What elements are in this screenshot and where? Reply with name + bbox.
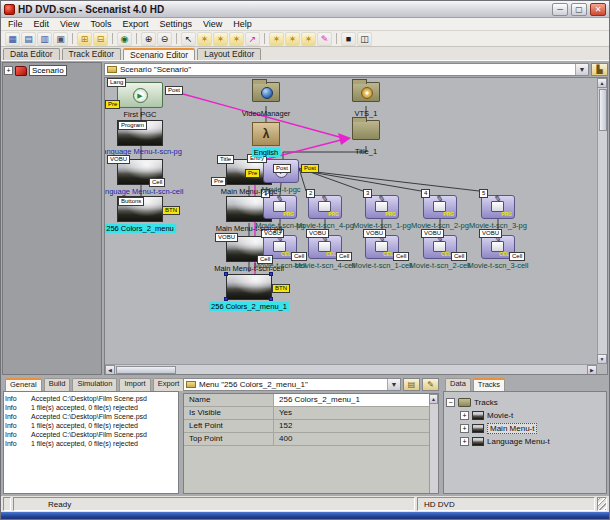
node-label-selected[interactable]: 256 Colors_2_menu_1 xyxy=(209,302,289,311)
node-tab-cell[interactable]: Cell xyxy=(393,252,409,261)
property-row[interactable]: Name256 Colors_2_menu_1 xyxy=(184,394,438,407)
node-tab-post[interactable]: Post xyxy=(165,86,183,95)
node-tab-pre[interactable]: Pre xyxy=(211,177,226,186)
node-tab-cell[interactable]: Cell xyxy=(336,252,352,261)
property-grid-scrollbar[interactable]: ▲ xyxy=(429,394,438,493)
maximize-button[interactable]: ▢ xyxy=(571,3,587,16)
menu-file[interactable]: File xyxy=(8,19,23,29)
scenario-selector-combo[interactable]: Scenario "Scenario" ▼ xyxy=(104,63,589,76)
node-label[interactable]: First PGC xyxy=(124,110,157,119)
node-tab-pre[interactable]: Pre xyxy=(105,100,120,109)
tab-general[interactable]: General xyxy=(5,378,42,391)
node-tab-btn[interactable]: BTN xyxy=(272,284,290,293)
node-label[interactable]: Movie-t-scn_1-pg xyxy=(353,221,411,230)
node-label[interactable]: Title_1 xyxy=(355,147,377,156)
expander-minus-icon[interactable]: − xyxy=(446,398,455,407)
zoom-out-icon[interactable]: ⊖ xyxy=(157,32,172,46)
selection-handle[interactable] xyxy=(269,297,273,301)
selection-handle[interactable] xyxy=(269,272,273,276)
minimize-button[interactable]: ─ xyxy=(552,3,568,16)
close-button[interactable]: ✕ xyxy=(590,3,606,16)
tab-track-editor[interactable]: Track Editor xyxy=(62,48,122,60)
simulation-icon[interactable]: ◫ xyxy=(357,32,372,46)
node-label[interactable]: Movie-t-scn_3-pg xyxy=(469,221,527,230)
track-item-main-menu[interactable]: + Main Menu-t xyxy=(446,422,604,435)
link-tool-2-icon[interactable]: ✶ xyxy=(213,32,228,46)
tab-tracks[interactable]: Tracks xyxy=(473,378,505,391)
draw-link-icon[interactable]: ↗ xyxy=(245,32,260,46)
node-tab-pg-number[interactable]: 4 xyxy=(421,189,430,198)
node-label[interactable]: Movie-t-scn_4-cell xyxy=(295,261,356,270)
chevron-down-icon[interactable]: ▼ xyxy=(575,64,588,75)
resize-grip[interactable] xyxy=(597,497,607,511)
canvas-tool-button[interactable]: ▙ xyxy=(591,63,608,76)
node-label[interactable]: VTS_1 xyxy=(355,109,378,118)
node-tab-program[interactable]: Program xyxy=(118,121,147,130)
canvas-vertical-scrollbar[interactable]: ▲ ▼ xyxy=(597,78,607,364)
menu-tools[interactable]: Tools xyxy=(90,19,111,29)
tracks-tree[interactable]: − Tracks + Movie-t + Main Menu-t + xyxy=(443,391,607,494)
node-tab-pg-number[interactable]: 3 xyxy=(363,189,372,198)
node-label[interactable]: VideoManager xyxy=(242,109,291,118)
tab-build[interactable]: Build xyxy=(44,378,71,391)
scroll-left-icon[interactable]: ◀ xyxy=(105,365,115,375)
properties-object-combo[interactable]: Menu "256 Colors_2_menu_1" ▼ xyxy=(183,378,401,391)
tracks-root-label[interactable]: Tracks xyxy=(474,398,498,407)
track-item-movie[interactable]: + Movie-t xyxy=(446,409,604,422)
tab-data[interactable]: Data xyxy=(445,378,471,391)
scroll-down-icon[interactable]: ▼ xyxy=(597,354,607,364)
node-title-folder[interactable] xyxy=(352,120,380,140)
log-list[interactable]: InfoAccepted C:\Desktop\Film Scene.psd I… xyxy=(3,391,179,494)
property-value[interactable]: 152 xyxy=(274,420,438,432)
command-tool-2-icon[interactable]: ✶ xyxy=(285,32,300,46)
node-label[interactable]: Movie-t-scn_2-pg xyxy=(411,221,469,230)
node-tab-vobu[interactable]: VOBU xyxy=(107,155,130,164)
node-movie-scn-3-pg[interactable]: ✎PRG xyxy=(481,195,515,219)
track-item-language-menu[interactable]: + Language Menu-t xyxy=(446,435,604,448)
node-tab-cell[interactable]: Cell xyxy=(149,178,165,187)
menu-view-2[interactable]: View xyxy=(203,19,222,29)
track-item-label[interactable]: Language Menu-t xyxy=(487,437,550,446)
node-label-selected[interactable]: 256 Colors_2_menu xyxy=(104,224,176,233)
properties-edit-button[interactable]: ✎ xyxy=(422,378,439,391)
property-value[interactable]: 256 Colors_2_menu_1 xyxy=(274,394,438,406)
erase-link-icon[interactable]: ✎ xyxy=(317,32,332,46)
selection-handle[interactable] xyxy=(224,297,228,301)
node-tab-vobu[interactable]: VOBU xyxy=(363,229,386,238)
zoom-in-icon[interactable]: ⊕ xyxy=(141,32,156,46)
menu-edit[interactable]: Edit xyxy=(34,19,50,29)
expander-plus-icon[interactable]: + xyxy=(4,66,13,75)
link-tool-icon[interactable]: ✶ xyxy=(197,32,212,46)
scenario-canvas[interactable]: Lang ▶ Post Pre First PGC Program Langua… xyxy=(104,77,608,375)
stop-icon[interactable]: ■ xyxy=(341,32,356,46)
selection-handle[interactable] xyxy=(224,272,228,276)
node-english-language[interactable]: λ xyxy=(252,122,280,146)
node-tab-vobu[interactable]: VOBU xyxy=(479,229,502,238)
node-tab-pg-number[interactable]: 5 xyxy=(479,189,488,198)
node-label-selected[interactable]: English xyxy=(252,148,281,157)
tab-data-editor[interactable]: Data Editor xyxy=(3,48,60,60)
data-editor-icon[interactable]: ▦ xyxy=(5,32,20,46)
property-row[interactable]: Left Point152 xyxy=(184,420,438,433)
chevron-down-icon[interactable]: ▼ xyxy=(387,379,400,390)
track-item-label-selected[interactable]: Main Menu-t xyxy=(487,423,537,434)
node-tab-title[interactable]: Title xyxy=(217,155,234,164)
track-item-label[interactable]: Movie-t xyxy=(487,411,513,420)
properties-tool-button[interactable]: ▤ xyxy=(403,378,420,391)
node-movie-scn-2-pg[interactable]: ✎PRG xyxy=(423,195,457,219)
scenario-tree-root[interactable]: + Scenario xyxy=(3,63,101,78)
node-movie-scn-1-pg[interactable]: ✎PRG xyxy=(365,195,399,219)
node-label[interactable]: Language Menu-t-scn-cell xyxy=(104,187,183,196)
node-label[interactable]: Language Menu-t-scn-pg xyxy=(104,147,182,156)
node-tab-vobu[interactable]: VOBU xyxy=(306,229,329,238)
node-tab-cell[interactable]: Cell xyxy=(291,252,307,261)
canvas-horizontal-scrollbar[interactable]: ◀ ▶ xyxy=(105,364,597,374)
node-tab-btn[interactable]: BTN xyxy=(162,206,180,215)
command-tool-icon[interactable]: ✶ xyxy=(269,32,284,46)
property-value[interactable]: 400 xyxy=(274,433,438,445)
expander-plus-icon[interactable]: + xyxy=(460,424,469,433)
scroll-up-icon[interactable]: ▲ xyxy=(429,394,438,404)
scroll-up-icon[interactable]: ▲ xyxy=(597,78,607,88)
tab-export[interactable]: Export xyxy=(153,378,185,391)
node-tab-cell[interactable]: Cell xyxy=(509,252,525,261)
